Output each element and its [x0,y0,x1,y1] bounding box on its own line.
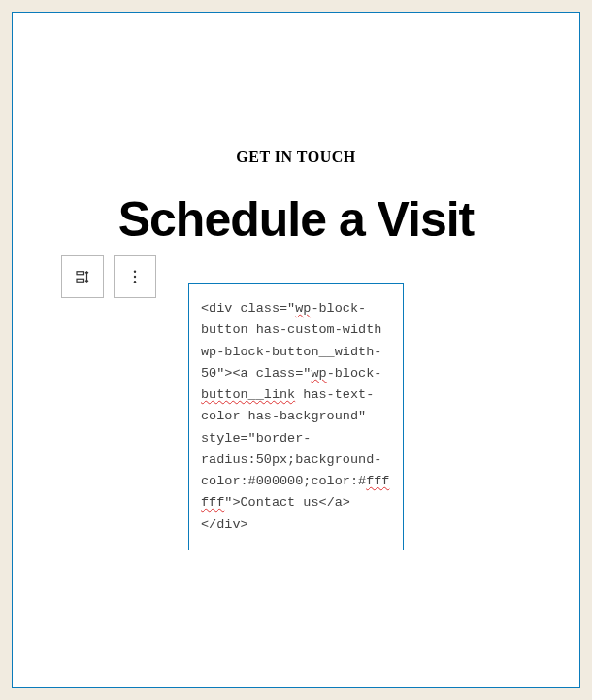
code-seg: <div class=" [201,301,295,316]
svg-point-4 [134,281,136,283]
more-options-button[interactable] [114,255,156,298]
code-seg: ">Contact us</a></div> [201,495,350,531]
block-toolbar [61,255,156,298]
svg-rect-1 [77,279,84,282]
editor-canvas[interactable]: GET IN TOUCH Schedule a Visit <div class… [12,12,580,688]
eyebrow-text[interactable]: GET IN TOUCH [36,149,556,166]
reorder-icon [74,268,91,285]
reorder-button[interactable] [61,255,104,298]
svg-point-2 [134,271,136,273]
svg-rect-0 [77,272,84,275]
block-content: GET IN TOUCH Schedule a Visit <div class… [36,149,556,550]
code-spellerr: wp [295,301,311,316]
svg-point-3 [134,276,136,278]
custom-html-block[interactable]: <div class="wp-block-button has-custom-w… [188,283,404,550]
code-spellerr: button__link [201,387,295,402]
code-seg: has-text-color has-background" style="bo… [201,387,381,488]
more-vertical-icon [126,268,144,285]
page-heading[interactable]: Schedule a Visit [36,193,556,247]
code-seg: -block- [327,366,382,381]
code-spellerr: wp [311,366,326,381]
